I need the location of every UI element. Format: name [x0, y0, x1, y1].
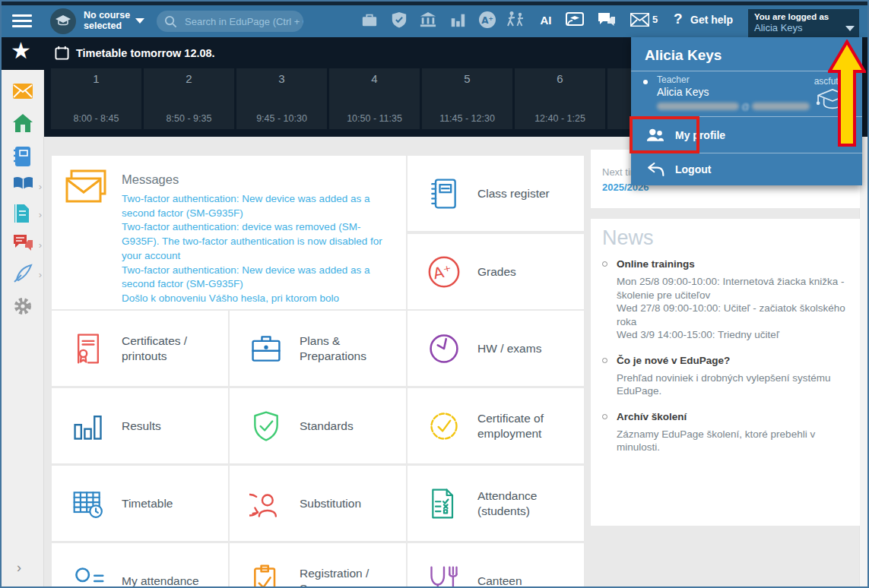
email-at-hint: @: [741, 102, 750, 111]
bullet-icon: [602, 414, 607, 419]
canteen-glass-fork-icon: [423, 560, 465, 588]
tile-label: Registration / Surveys: [300, 566, 400, 588]
timetable-grid-icon: [67, 482, 109, 525]
news-item: Archív školení Záznamy EduPage školení, …: [602, 411, 847, 454]
grade-a-plus-icon: A⁺: [423, 251, 465, 293]
course-selector[interactable]: No course selected: [84, 10, 131, 32]
submenu-chevron-icon: ›: [39, 269, 42, 280]
shield-check-icon[interactable]: [389, 10, 409, 30]
tile-substitution[interactable]: Substitution: [230, 466, 406, 541]
period-time: 12:40 - 1:25: [515, 113, 605, 124]
left-sidebar: › › › › ›: [2, 70, 44, 586]
tile-certificates[interactable]: Certificates / printouts: [52, 311, 228, 386]
chat-bubbles-icon[interactable]: [597, 10, 617, 30]
tile-results[interactable]: Results: [52, 388, 228, 463]
tile-attendance-students[interactable]: Attendance (students): [408, 466, 584, 541]
sidebar-item-class-register[interactable]: [13, 146, 33, 166]
favorites-star-icon[interactable]: ★: [11, 40, 31, 62]
sidebar-item-communication[interactable]: ›: [13, 234, 33, 254]
message-link[interactable]: Two-factor authentication: New device wa…: [122, 264, 397, 292]
period-number: 3: [236, 72, 327, 85]
period-cell[interactable]: 410:50 - 11:35: [329, 68, 420, 129]
sidebar-item-settings[interactable]: [13, 296, 33, 316]
bar-chart-icon: [67, 405, 109, 447]
news-item-title[interactable]: Čo je nové v EduPage?: [617, 355, 847, 366]
tile-label: My attendance: [122, 574, 222, 588]
substitution-person-icon: [245, 482, 287, 525]
ai-icon[interactable]: AI: [536, 10, 556, 30]
tile-label: Plans & Preparations: [300, 334, 400, 363]
period-cell[interactable]: 28:50 - 9:35: [144, 68, 234, 129]
attendance-checklist-icon: [423, 482, 465, 525]
period-number: 4: [329, 72, 420, 85]
news-item-line: Wed 3/9 14:00-15:00: Triedny učiteľ: [617, 328, 847, 342]
tile-label: Results: [122, 419, 222, 433]
period-number: 1: [51, 72, 141, 85]
account-email-redacted: @: [657, 102, 810, 111]
hamburger-menu-icon[interactable]: [12, 14, 32, 28]
mail-envelope-icon[interactable]: [630, 10, 649, 30]
tile-standards[interactable]: Standards: [230, 388, 406, 463]
tile-label: Standards: [300, 419, 400, 433]
tile-label: Substitution: [300, 496, 400, 511]
news-item-title[interactable]: Online trainings: [617, 258, 847, 270]
sidebar-item-library[interactable]: ›: [13, 175, 33, 195]
help-question-icon[interactable]: ?: [674, 11, 683, 27]
search-input[interactable]: [183, 15, 303, 28]
message-link[interactable]: Two-factor authentication: New device wa…: [122, 192, 397, 220]
grade-a-plus-icon[interactable]: A⁺: [477, 10, 497, 30]
sidebar-item-home[interactable]: [13, 114, 33, 134]
period-time: 10:50 - 11:35: [329, 113, 420, 124]
message-link[interactable]: Došlo k obnoveniu Vášho hesla, pri ktoro…: [122, 292, 397, 306]
svg-text:A⁺: A⁺: [481, 15, 493, 26]
bar-chart-icon[interactable]: [448, 10, 468, 30]
document-icon: [13, 204, 30, 223]
news-item-title[interactable]: Archív školení: [617, 411, 847, 422]
chevron-down-icon: [135, 18, 144, 24]
tile-timetable[interactable]: Timetable: [52, 466, 228, 541]
walking-people-icon[interactable]: [506, 10, 525, 30]
period-cell[interactable]: 511:45 - 12:30: [422, 68, 512, 129]
sidebar-item-messages[interactable]: [13, 84, 33, 103]
bullet-icon: [602, 358, 607, 363]
period-number: 2: [144, 72, 234, 85]
tile-canteen[interactable]: Canteen: [408, 543, 584, 588]
period-cell[interactable]: 18:00 - 8:45: [51, 68, 141, 129]
person-lines-icon: [67, 560, 109, 588]
logged-as-label: You are logged as: [754, 12, 853, 21]
period-cell[interactable]: 612:40 - 1:25: [515, 68, 605, 129]
timetable-band-header: Timetable tomorrow 12.08.: [55, 46, 215, 60]
logged-in-account-box[interactable]: You are logged as Alicia Keys: [748, 9, 859, 37]
briefcase-icon[interactable]: [360, 10, 379, 30]
get-help-button[interactable]: Get help: [690, 14, 733, 26]
tile-my-attendance[interactable]: My attendance: [52, 543, 228, 588]
sidebar-item-assignments[interactable]: ›: [13, 264, 33, 283]
news-heading: News: [602, 226, 654, 250]
tile-label: Grades: [477, 264, 578, 279]
scrollbar-track[interactable]: [859, 137, 867, 586]
tile-messages[interactable]: Messages Two-factor authentication: New …: [52, 156, 406, 309]
search-bar[interactable]: [157, 11, 303, 32]
period-cell[interactable]: 39:45 - 10:30: [236, 68, 327, 129]
bullet-icon: [602, 261, 607, 267]
account-role: Teacher: [657, 74, 690, 85]
tile-plans[interactable]: Plans & Preparations: [230, 311, 406, 386]
institution-icon[interactable]: [418, 10, 438, 30]
tile-class-register[interactable]: Class register: [408, 156, 584, 231]
tile-registration-surveys[interactable]: Registration / Surveys: [230, 543, 406, 588]
news-item-line: Záznamy EduPage školení, ktoré prebehli …: [617, 428, 847, 454]
course-avatar[interactable]: [50, 8, 76, 34]
period-time: 9:45 - 10:30: [236, 113, 327, 124]
tile-certificate-employment[interactable]: Certificate of employment: [408, 388, 584, 463]
menu-item-logout[interactable]: Logout: [631, 153, 862, 185]
tile-hw-exams[interactable]: HW / exams: [408, 311, 584, 386]
cast-screen-icon[interactable]: [565, 10, 585, 30]
message-links: Two-factor authentication: New device wa…: [122, 192, 397, 308]
tile-label: HW / exams: [477, 341, 578, 356]
message-link[interactable]: Two-factor authentication: device was re…: [122, 220, 397, 263]
sidebar-expand-chevron[interactable]: ›: [17, 560, 21, 576]
mail-count-badge[interactable]: 5: [652, 14, 658, 25]
briefcase-icon: [245, 327, 287, 370]
tile-grades[interactable]: A⁺ Grades: [408, 234, 584, 309]
sidebar-item-documents[interactable]: ›: [13, 204, 33, 223]
